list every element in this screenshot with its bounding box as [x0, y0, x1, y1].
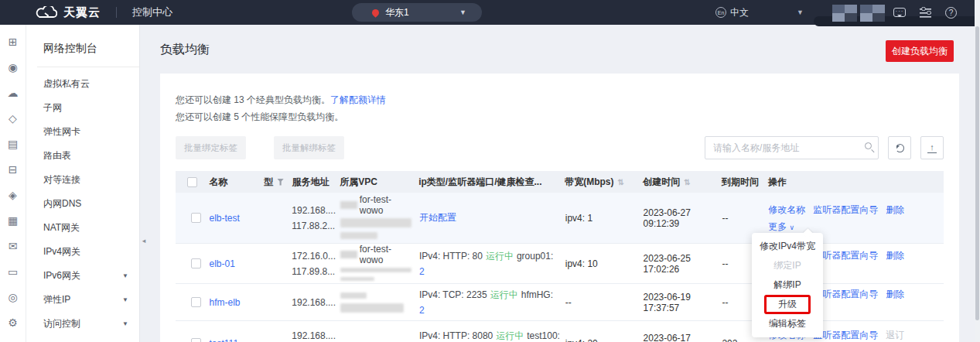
content-card: 您还可以创建 13 个经典型负载均衡。了解配额详情 您还可以创建 5 个性能保障… — [160, 74, 959, 342]
console-center-link[interactable]: 控制中心 — [132, 5, 172, 19]
column-header-created[interactable]: 创建时间⇅ — [643, 171, 722, 193]
column-header-vpc: 所属VPC — [340, 171, 418, 193]
menu-item-modify-ipv4-bandwidth[interactable]: 修改IPv4带宽 — [752, 237, 823, 256]
status-running: 运行中 — [486, 250, 514, 262]
lb-name-link[interactable]: hfm-elb — [209, 297, 259, 308]
cluster-icon[interactable]: ◎ — [5, 289, 21, 305]
column-header-bandwidth[interactable]: 带宽(Mbps)⇅ — [565, 171, 643, 193]
sidebar-item-vpc[interactable]: 虚拟私有云 — [26, 72, 139, 96]
row-checkbox[interactable] — [191, 297, 201, 307]
unsubscribe-link: 退订 — [886, 329, 904, 341]
help-icon[interactable]: ? — [945, 7, 957, 19]
topbar: 天翼云 控制中心 华东1 ▼ En 中文 ▼ ··· ? — [0, 0, 980, 25]
listener-wizard-link[interactable]: 监听器配置向导 — [813, 203, 878, 216]
column-header-listener: ip类型/监听器端口/健康检查... — [418, 171, 565, 193]
topology-icon[interactable]: ◈ — [5, 187, 21, 203]
sidebar-item-eip[interactable]: 弹性IP▼ — [26, 288, 139, 312]
vertical-scrollbar[interactable] — [975, 0, 980, 342]
search-icon[interactable] — [865, 142, 872, 149]
lb-name-link[interactable]: elb-test — [209, 213, 259, 224]
instance-icon[interactable]: ▤ — [5, 136, 21, 152]
apps-grid-icon[interactable]: ⊞ — [5, 34, 21, 50]
start-config-link[interactable]: 开始配置 — [419, 211, 561, 224]
sidebar-item-nat[interactable]: NAT网关 — [26, 216, 139, 240]
batch-unbind-tags-button[interactable]: 批量解绑标签 — [274, 136, 344, 159]
hexagon-resource-icon[interactable]: ◇ — [5, 111, 21, 126]
delete-link[interactable]: 删除 — [886, 249, 904, 262]
sidebar-collapse-handle[interactable]: ◂ — [140, 231, 148, 251]
sidebar-item-label: 内网DNS — [43, 197, 81, 210]
lb-name-link[interactable]: test111 — [209, 338, 259, 342]
column-header-name: 名称 — [210, 171, 265, 193]
network-globe-icon[interactable]: ◉ — [5, 60, 21, 75]
column-header-expire: 到期时间 — [722, 171, 768, 193]
quota-detail-link[interactable]: 了解配额详情 — [330, 94, 386, 105]
more-dropdown[interactable]: 更多 ∨ — [768, 221, 794, 233]
sidebar-item-label: 弹性IP — [43, 293, 70, 306]
cloud-icon[interactable]: ☁ — [5, 85, 21, 101]
service-address: 192.168.... — [292, 203, 336, 218]
messages-icon[interactable]: ··· — [893, 8, 906, 17]
menu-item-unbind-ip[interactable]: 解绑IP — [752, 275, 823, 295]
row-checkbox[interactable] — [191, 258, 201, 268]
message-icon[interactable]: ✉ — [5, 238, 21, 254]
batch-bind-tags-button[interactable]: 批量绑定标签 — [176, 136, 246, 159]
censored-blur — [340, 277, 374, 281]
sidebar-item-ipv4-gateway[interactable]: IPv4网关 — [26, 240, 139, 264]
brand-logo[interactable]: 天翼云 — [36, 5, 101, 20]
delete-link[interactable]: 删除 — [886, 203, 904, 216]
settings-icon[interactable]: ⚙ — [5, 315, 21, 330]
service-address: 117.89.8... — [292, 264, 336, 279]
column-header-address: 服务地址 — [292, 171, 340, 193]
menu-item-upgrade[interactable]: 升级 — [752, 295, 823, 314]
sidebar-item-eni[interactable]: 弹性网卡 — [26, 120, 139, 144]
service-address: 192.168.... — [292, 328, 336, 342]
sidebar-item-subnet[interactable]: 子网 — [26, 96, 139, 120]
backend-count-link[interactable]: 2 — [419, 265, 425, 278]
service-address: 117.88.2... — [292, 218, 336, 234]
sidebar: 网络控制台 虚拟私有云 子网 弹性网卡 路由表 对等连接 内网DNS NAT网关… — [26, 25, 140, 342]
row-checkbox[interactable] — [191, 338, 201, 342]
sidebar-item-ipv6-gateway[interactable]: IPv6网关▼ — [26, 264, 139, 288]
export-icon: ↑ — [927, 143, 937, 153]
language-switcher[interactable]: En 中文 ▼ — [715, 0, 804, 25]
export-button[interactable]: ↑ — [920, 136, 944, 159]
sort-icon[interactable]: ⇅ — [618, 178, 624, 186]
sidebar-item-label: 对等连接 — [43, 173, 80, 186]
server-icon[interactable]: ▦ — [5, 213, 21, 228]
search-input[interactable] — [705, 136, 879, 159]
refresh-button[interactable] — [888, 136, 911, 159]
filter-icon[interactable] — [277, 179, 284, 186]
bandwidth-value: -- — [565, 297, 639, 308]
page-title: 负载均衡 — [160, 42, 210, 58]
column-header-type[interactable]: 型 — [264, 171, 292, 193]
sidebar-item-peering[interactable]: 对等连接 — [26, 168, 139, 192]
rename-link[interactable]: 修改名称 — [768, 203, 805, 216]
listener-info: IPv4: HTTP: 8080运行中test100:1 — [419, 330, 561, 342]
location-pin-icon — [370, 8, 381, 18]
censored-blur — [340, 303, 404, 313]
create-loadbalancer-button[interactable]: 创建负载均衡 — [886, 40, 954, 62]
sidebar-item-route-table[interactable]: 路由表 — [26, 144, 139, 168]
sidebar-item-dns[interactable]: 内网DNS — [26, 192, 139, 216]
sidebar-item-acl[interactable]: 访问控制▼ — [26, 312, 139, 336]
censored-username — [832, 5, 857, 22]
sidebar-title: 网络控制台 — [26, 25, 139, 67]
censored-blur — [340, 251, 357, 258]
backend-count-link[interactable]: 2 — [419, 304, 425, 316]
vpc-name: for-test-wowo — [340, 244, 415, 265]
table-row: test111 192.168....221.229.... IPv4: HTT… — [176, 321, 944, 342]
sort-icon[interactable]: ⇅ — [684, 178, 690, 186]
lb-name-link[interactable]: elb-01 — [209, 258, 259, 269]
more-actions-menu: 修改IPv4带宽 绑定IP 解绑IP 升级 编辑标签 — [752, 233, 823, 337]
listener-info: IPv4: HTTP: 80运行中group01:2 — [419, 250, 561, 278]
console-settings-icon[interactable] — [920, 8, 931, 18]
select-all-checkbox[interactable] — [187, 177, 197, 187]
menu-item-edit-tags[interactable]: 编辑标签 — [752, 314, 823, 333]
grid-icon[interactable]: ⊟ — [5, 162, 21, 177]
card-icon[interactable]: ▭ — [5, 264, 21, 279]
delete-link[interactable]: 删除 — [886, 288, 904, 300]
region-selector[interactable]: 华东1 ▼ — [352, 3, 482, 22]
row-checkbox[interactable] — [191, 213, 201, 223]
scrollbar-thumb[interactable] — [975, 26, 979, 320]
